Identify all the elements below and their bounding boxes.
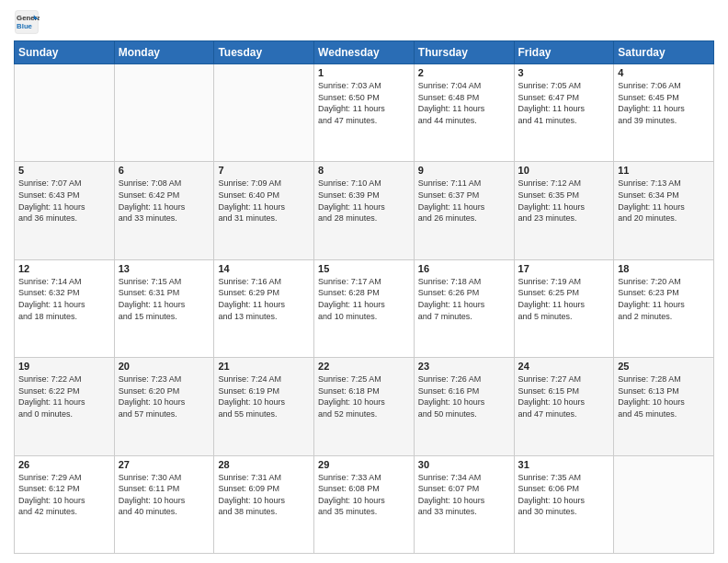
day-number: 16 (418, 263, 510, 274)
day-info: Sunrise: 7:14 AM Sunset: 6:32 PM Dayligh… (18, 276, 110, 322)
day-number: 10 (518, 165, 610, 176)
day-info: Sunrise: 7:10 AM Sunset: 6:39 PM Dayligh… (318, 178, 410, 224)
calendar-cell: 27Sunrise: 7:30 AM Sunset: 6:11 PM Dayli… (114, 455, 214, 553)
calendar-cell: 18Sunrise: 7:20 AM Sunset: 6:23 PM Dayli… (614, 259, 714, 357)
day-number: 29 (318, 459, 410, 470)
day-info: Sunrise: 7:29 AM Sunset: 6:12 PM Dayligh… (18, 472, 110, 518)
svg-text:Blue: Blue (17, 22, 33, 30)
calendar-header-row: SundayMondayTuesdayWednesdayThursdayFrid… (15, 41, 714, 64)
calendar-cell: 26Sunrise: 7:29 AM Sunset: 6:12 PM Dayli… (15, 455, 115, 553)
day-info: Sunrise: 7:31 AM Sunset: 6:09 PM Dayligh… (218, 472, 310, 518)
calendar-cell: 29Sunrise: 7:33 AM Sunset: 6:08 PM Dayli… (314, 455, 415, 553)
calendar-week-1: 1Sunrise: 7:03 AM Sunset: 6:50 PM Daylig… (15, 64, 714, 162)
calendar-cell: 20Sunrise: 7:23 AM Sunset: 6:20 PM Dayli… (114, 358, 214, 455)
calendar-cell: 12Sunrise: 7:14 AM Sunset: 6:32 PM Dayli… (15, 259, 115, 357)
day-info: Sunrise: 7:24 AM Sunset: 6:19 PM Dayligh… (218, 373, 310, 419)
calendar-cell: 23Sunrise: 7:26 AM Sunset: 6:16 PM Dayli… (414, 358, 514, 455)
day-number: 30 (418, 459, 510, 470)
day-number: 3 (518, 67, 610, 78)
day-number: 20 (119, 361, 210, 372)
calendar-cell: 10Sunrise: 7:12 AM Sunset: 6:35 PM Dayli… (514, 162, 614, 259)
calendar-week-5: 26Sunrise: 7:29 AM Sunset: 6:12 PM Dayli… (15, 455, 714, 553)
day-number: 7 (218, 165, 310, 176)
day-number: 6 (119, 165, 210, 176)
calendar-cell: 21Sunrise: 7:24 AM Sunset: 6:19 PM Dayli… (214, 358, 314, 455)
calendar-cell: 14Sunrise: 7:16 AM Sunset: 6:29 PM Dayli… (214, 259, 314, 357)
calendar-cell: 19Sunrise: 7:22 AM Sunset: 6:22 PM Dayli… (15, 358, 115, 455)
calendar-cell: 25Sunrise: 7:28 AM Sunset: 6:13 PM Dayli… (614, 358, 714, 455)
calendar-cell: 13Sunrise: 7:15 AM Sunset: 6:31 PM Dayli… (114, 259, 214, 357)
calendar-cell (214, 64, 314, 162)
calendar-week-4: 19Sunrise: 7:22 AM Sunset: 6:22 PM Dayli… (15, 358, 714, 455)
calendar-cell (614, 455, 714, 553)
calendar-cell: 9Sunrise: 7:11 AM Sunset: 6:37 PM Daylig… (414, 162, 514, 259)
col-header-monday: Monday (114, 41, 214, 64)
day-info: Sunrise: 7:03 AM Sunset: 6:50 PM Dayligh… (318, 80, 410, 126)
day-info: Sunrise: 7:33 AM Sunset: 6:08 PM Dayligh… (318, 472, 410, 518)
calendar-cell: 1Sunrise: 7:03 AM Sunset: 6:50 PM Daylig… (314, 64, 415, 162)
page: General Blue SundayMondayTuesdayWednesda… (0, 0, 728, 563)
day-info: Sunrise: 7:09 AM Sunset: 6:40 PM Dayligh… (218, 178, 310, 224)
day-info: Sunrise: 7:06 AM Sunset: 6:45 PM Dayligh… (618, 80, 710, 126)
calendar-cell: 15Sunrise: 7:17 AM Sunset: 6:28 PM Dayli… (314, 259, 415, 357)
day-info: Sunrise: 7:12 AM Sunset: 6:35 PM Dayligh… (518, 178, 610, 224)
calendar-cell: 31Sunrise: 7:35 AM Sunset: 6:06 PM Dayli… (514, 455, 614, 553)
day-number: 9 (418, 165, 510, 176)
day-info: Sunrise: 7:20 AM Sunset: 6:23 PM Dayligh… (618, 276, 710, 322)
day-number: 5 (18, 165, 110, 176)
day-number: 11 (618, 165, 710, 176)
day-info: Sunrise: 7:22 AM Sunset: 6:22 PM Dayligh… (18, 373, 110, 419)
calendar-cell: 5Sunrise: 7:07 AM Sunset: 6:43 PM Daylig… (15, 162, 115, 259)
calendar-table: SundayMondayTuesdayWednesdayThursdayFrid… (14, 40, 714, 554)
day-number: 17 (518, 263, 610, 274)
day-info: Sunrise: 7:23 AM Sunset: 6:20 PM Dayligh… (119, 373, 210, 419)
calendar-cell: 2Sunrise: 7:04 AM Sunset: 6:48 PM Daylig… (414, 64, 514, 162)
calendar-week-3: 12Sunrise: 7:14 AM Sunset: 6:32 PM Dayli… (15, 259, 714, 357)
calendar-cell: 7Sunrise: 7:09 AM Sunset: 6:40 PM Daylig… (214, 162, 314, 259)
logo-icon: General Blue (14, 9, 40, 35)
day-number: 13 (119, 263, 210, 274)
day-number: 26 (18, 459, 110, 470)
day-info: Sunrise: 7:34 AM Sunset: 6:07 PM Dayligh… (418, 472, 510, 518)
calendar-cell: 17Sunrise: 7:19 AM Sunset: 6:25 PM Dayli… (514, 259, 614, 357)
day-info: Sunrise: 7:15 AM Sunset: 6:31 PM Dayligh… (119, 276, 210, 322)
day-info: Sunrise: 7:35 AM Sunset: 6:06 PM Dayligh… (518, 472, 610, 518)
day-info: Sunrise: 7:28 AM Sunset: 6:13 PM Dayligh… (618, 373, 710, 419)
day-number: 18 (618, 263, 710, 274)
day-number: 31 (518, 459, 610, 470)
calendar-cell: 24Sunrise: 7:27 AM Sunset: 6:15 PM Dayli… (514, 358, 614, 455)
day-number: 19 (18, 361, 110, 372)
calendar-cell: 22Sunrise: 7:25 AM Sunset: 6:18 PM Dayli… (314, 358, 415, 455)
day-number: 12 (18, 263, 110, 274)
day-info: Sunrise: 7:18 AM Sunset: 6:26 PM Dayligh… (418, 276, 510, 322)
day-number: 22 (318, 361, 410, 372)
col-header-friday: Friday (514, 41, 614, 64)
col-header-thursday: Thursday (414, 41, 514, 64)
calendar-cell: 30Sunrise: 7:34 AM Sunset: 6:07 PM Dayli… (414, 455, 514, 553)
calendar-cell (15, 64, 115, 162)
day-info: Sunrise: 7:04 AM Sunset: 6:48 PM Dayligh… (418, 80, 510, 126)
day-info: Sunrise: 7:08 AM Sunset: 6:42 PM Dayligh… (119, 178, 210, 224)
calendar-cell: 16Sunrise: 7:18 AM Sunset: 6:26 PM Dayli… (414, 259, 514, 357)
calendar-cell: 4Sunrise: 7:06 AM Sunset: 6:45 PM Daylig… (614, 64, 714, 162)
calendar-cell: 3Sunrise: 7:05 AM Sunset: 6:47 PM Daylig… (514, 64, 614, 162)
day-info: Sunrise: 7:30 AM Sunset: 6:11 PM Dayligh… (119, 472, 210, 518)
day-info: Sunrise: 7:19 AM Sunset: 6:25 PM Dayligh… (518, 276, 610, 322)
day-info: Sunrise: 7:07 AM Sunset: 6:43 PM Dayligh… (18, 178, 110, 224)
col-header-wednesday: Wednesday (314, 41, 415, 64)
day-info: Sunrise: 7:11 AM Sunset: 6:37 PM Dayligh… (418, 178, 510, 224)
day-number: 21 (218, 361, 310, 372)
day-number: 27 (119, 459, 210, 470)
logo: General Blue (14, 9, 40, 35)
day-number: 28 (218, 459, 310, 470)
day-number: 14 (218, 263, 310, 274)
day-info: Sunrise: 7:25 AM Sunset: 6:18 PM Dayligh… (318, 373, 410, 419)
day-number: 2 (418, 67, 510, 78)
day-info: Sunrise: 7:05 AM Sunset: 6:47 PM Dayligh… (518, 80, 610, 126)
calendar-cell: 28Sunrise: 7:31 AM Sunset: 6:09 PM Dayli… (214, 455, 314, 553)
day-number: 25 (618, 361, 710, 372)
day-number: 24 (518, 361, 610, 372)
day-info: Sunrise: 7:27 AM Sunset: 6:15 PM Dayligh… (518, 373, 610, 419)
day-info: Sunrise: 7:13 AM Sunset: 6:34 PM Dayligh… (618, 178, 710, 224)
calendar-cell: 11Sunrise: 7:13 AM Sunset: 6:34 PM Dayli… (614, 162, 714, 259)
